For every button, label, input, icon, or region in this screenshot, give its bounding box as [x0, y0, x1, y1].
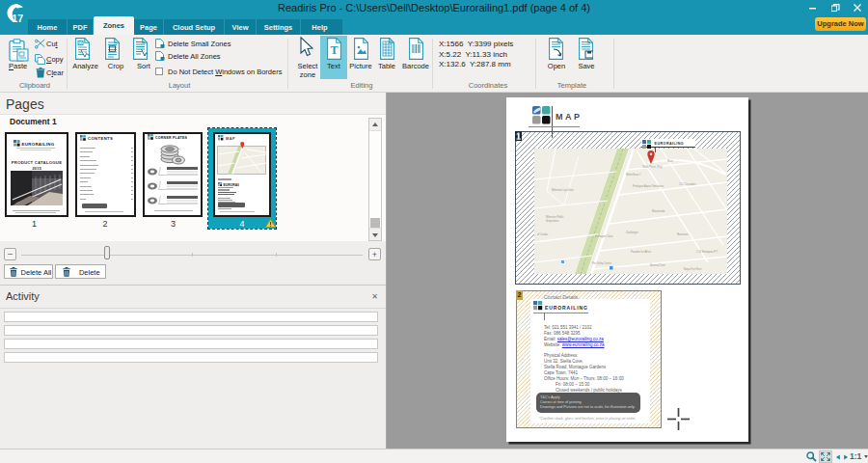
svg-text:Milnerton Public: Milnerton Public — [546, 215, 564, 219]
svg-text:CORNER PLATES: CORNER PLATES — [155, 136, 187, 140]
svg-text:Boipa Fun West: Boipa Fun West — [684, 267, 702, 271]
svg-text:EURORAILING: EURORAILING — [224, 183, 240, 187]
svg-text:Milnerton Lrg Union: Milnerton Lrg Union — [552, 188, 574, 192]
svg-text:Pentagon Airport Simulators: Pentagon Airport Simulators — [633, 184, 665, 188]
svg-text:Paarden Iss Africa: Paarden Iss Africa — [631, 250, 652, 254]
svg-text:EURORAILING: EURORAILING — [21, 142, 54, 147]
svg-text:CONTENTS: CONTENTS — [88, 136, 113, 141]
svg-text:MAP: MAP — [226, 136, 235, 140]
svg-text:Ramerant: Ramerant — [677, 232, 689, 236]
svg-text:Pro Sultry Centre: Pro Sultry Centre — [592, 261, 611, 265]
svg-text:T: T — [330, 42, 338, 56]
svg-text:al Candia: al Candia — [537, 232, 549, 236]
svg-text:Pentagon Close: Pentagon Close — [595, 234, 613, 238]
svg-text:MetroStaza 7: MetroStaza 7 — [626, 173, 641, 177]
svg-text:Challenger: Challenger — [626, 231, 638, 234]
svg-text:1.23 Rotingana P.T.: 1.23 Rotingana P.T. — [696, 250, 719, 254]
svg-text:Stella Plaine (Pty): Stella Plaine (Pty) — [642, 165, 663, 169]
svg-text:Raze: Raze — [667, 159, 674, 163]
svg-text:Greystones: Greystones — [546, 218, 559, 222]
svg-text:17: 17 — [12, 13, 23, 24]
svg-text:Bortend Turie: Bortend Turie — [650, 263, 665, 267]
svg-text:Mountevide: Mountevide — [652, 209, 665, 213]
svg-text:CCL Crusaders: CCL Crusaders — [679, 182, 696, 186]
